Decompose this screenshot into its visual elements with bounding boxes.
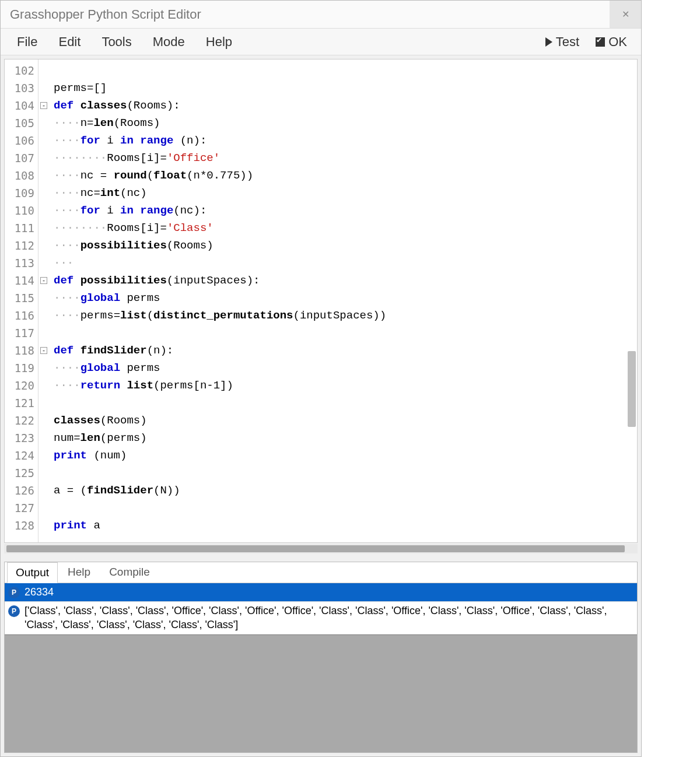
code-body[interactable]: perms=[]def classes(Rooms):····n=len(Roo… (49, 59, 637, 542)
line-number: 110 (5, 202, 38, 219)
line-number: 123 (5, 429, 38, 447)
titlebar: Grasshopper Python Script Editor ✕ (1, 1, 641, 29)
code-line[interactable]: perms=[] (54, 79, 637, 97)
menu-mode[interactable]: Mode (142, 32, 195, 52)
menu-file[interactable]: File (6, 32, 48, 52)
test-button[interactable]: Test (537, 32, 587, 52)
line-number: 118 (5, 342, 38, 359)
code-line[interactable]: ····perms=list(distinct_permutations(inp… (54, 307, 637, 324)
code-line[interactable]: def classes(Rooms): (54, 97, 637, 114)
line-number: 113 (5, 254, 38, 272)
output-text: 26334 (24, 586, 634, 599)
line-number: 105 (5, 114, 38, 132)
line-number: 102 (5, 62, 38, 79)
code-line[interactable] (54, 394, 637, 412)
output-list: P 26334 P ['Class', 'Class', 'Class', 'C… (5, 583, 637, 635)
line-number: 112 (5, 237, 38, 254)
code-line[interactable]: ····nc=int(nc) (54, 184, 637, 202)
line-number: 115 (5, 289, 38, 307)
code-line[interactable]: ········Rooms[i]='Class' (54, 219, 637, 237)
code-line[interactable]: ····global perms (54, 359, 637, 377)
menubar: File Edit Tools Mode Help Test OK (1, 29, 641, 55)
editor-area: 1021031041051061071081091101111121131141… (1, 55, 641, 756)
code-line[interactable]: ··· (54, 254, 637, 272)
info-icon: P (8, 587, 20, 598)
window: Grasshopper Python Script Editor ✕ File … (0, 0, 642, 757)
horizontal-scrollbar[interactable] (4, 544, 638, 553)
output-row[interactable]: P 26334 (5, 583, 637, 602)
close-icon: ✕ (622, 9, 629, 20)
code-line[interactable]: num=len(perms) (54, 429, 637, 447)
line-number: 111 (5, 219, 38, 237)
code-line[interactable] (54, 324, 637, 342)
test-label: Test (556, 34, 579, 50)
vertical-scrollbar[interactable] (628, 351, 636, 427)
line-number: 119 (5, 359, 38, 377)
tab-compile[interactable]: Compile (100, 562, 159, 583)
code-line[interactable]: ····possibilities(Rooms) (54, 237, 637, 254)
code-line[interactable]: print a (54, 517, 637, 534)
line-number: 108 (5, 167, 38, 184)
line-number: 117 (5, 324, 38, 342)
line-number: 124 (5, 447, 38, 464)
check-icon (596, 37, 605, 47)
output-panel: Output Help Compile P 26334 P ['Class', … (4, 562, 638, 753)
code-line[interactable]: ····return list(perms[n-1]) (54, 377, 637, 394)
line-number: 121 (5, 394, 38, 412)
fold-toggle[interactable]: - (40, 347, 47, 354)
tab-help[interactable]: Help (59, 562, 99, 583)
menu-help[interactable]: Help (195, 32, 243, 52)
scroll-thumb[interactable] (6, 545, 625, 552)
code-line[interactable]: a = (findSlider(N)) (54, 482, 637, 499)
line-number: 109 (5, 184, 38, 202)
code-line[interactable] (54, 499, 637, 517)
code-line[interactable]: ····global perms (54, 289, 637, 307)
line-number: 122 (5, 412, 38, 429)
info-icon: P (8, 605, 20, 617)
code-line[interactable] (54, 464, 637, 482)
play-icon (545, 37, 552, 47)
code-line[interactable] (54, 62, 637, 79)
fold-column: --- (38, 59, 49, 542)
tab-output[interactable]: Output (7, 562, 58, 583)
line-number: 106 (5, 132, 38, 149)
fold-toggle[interactable]: - (40, 102, 47, 109)
line-number: 114 (5, 272, 38, 289)
code-line[interactable]: ····n=len(Rooms) (54, 114, 637, 132)
code-line[interactable]: ········Rooms[i]='Office' (54, 149, 637, 167)
output-body: P 26334 P ['Class', 'Class', 'Class', 'C… (5, 583, 637, 752)
line-number: 125 (5, 464, 38, 482)
code-editor[interactable]: 1021031041051061071081091101111121131141… (4, 59, 638, 543)
menu-edit[interactable]: Edit (48, 32, 91, 52)
line-number: 103 (5, 79, 38, 97)
line-number: 120 (5, 377, 38, 394)
window-title: Grasshopper Python Script Editor (10, 7, 201, 22)
ok-button[interactable]: OK (587, 32, 635, 52)
output-tabs: Output Help Compile (5, 562, 637, 583)
output-text: ['Class', 'Class', 'Class', 'Class', 'Of… (24, 604, 634, 632)
line-number: 126 (5, 482, 38, 499)
line-number: 128 (5, 517, 38, 534)
line-number-gutter: 1021031041051061071081091101111121131141… (5, 59, 38, 542)
code-line[interactable]: classes(Rooms) (54, 412, 637, 429)
line-number: 104 (5, 97, 38, 114)
close-button[interactable]: ✕ (610, 1, 641, 28)
menu-tools[interactable]: Tools (91, 32, 142, 52)
code-line[interactable]: def possibilities(inputSpaces): (54, 272, 637, 289)
code-line[interactable]: ····nc = round(float(n*0.775)) (54, 167, 637, 184)
code-line[interactable]: ····for i in range(nc): (54, 202, 637, 219)
code-line[interactable]: ····for i in range (n): (54, 132, 637, 149)
fold-toggle[interactable]: - (40, 277, 47, 284)
line-number: 107 (5, 149, 38, 167)
line-number: 116 (5, 307, 38, 324)
menu-items: File Edit Tools Mode Help (6, 32, 243, 52)
code-line[interactable]: print (num) (54, 447, 637, 464)
code-line[interactable]: def findSlider(n): (54, 342, 637, 359)
line-number: 127 (5, 499, 38, 517)
ok-label: OK (608, 34, 627, 50)
output-row[interactable]: P ['Class', 'Class', 'Class', 'Class', '… (5, 602, 637, 635)
